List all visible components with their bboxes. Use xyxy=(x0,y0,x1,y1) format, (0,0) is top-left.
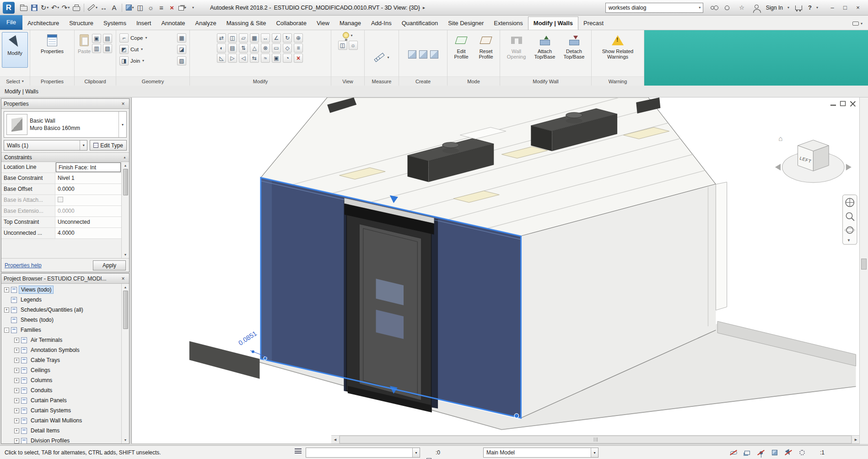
help-icon[interactable]: ? xyxy=(808,4,812,11)
tab-extensions[interactable]: Extensions xyxy=(489,17,528,30)
create-group-icon[interactable] xyxy=(430,50,438,59)
wall-opening-button[interactable]: Wall Opening xyxy=(503,32,530,60)
join-button[interactable]: ◨ Join ▾ ▨ xyxy=(118,55,188,66)
search-input[interactable] xyxy=(606,3,696,12)
background-processes-icon[interactable] xyxy=(797,448,807,458)
expander-icon[interactable]: + xyxy=(14,348,19,353)
project-browser-header[interactable]: Project Browser - ESTUDIO CFD_MODI... × xyxy=(1,274,129,284)
modify-tool-icon[interactable]: ⊗ xyxy=(261,43,270,53)
sign-in-button[interactable]: Sign In xyxy=(766,5,783,11)
measure-button[interactable]: ▾ xyxy=(374,55,389,59)
modify-tool-icon[interactable]: ▣ xyxy=(272,54,281,63)
properties-scrollbar[interactable]: ▲ ▼ xyxy=(121,162,129,258)
modify-tool-icon[interactable]: ◇ xyxy=(283,43,292,53)
search-caret-icon[interactable]: ▾ xyxy=(697,5,703,10)
tree-item-views[interactable]: + Views (todo) xyxy=(1,285,121,295)
favorites-icon[interactable]: ☆ xyxy=(737,2,747,14)
vertical-scroll-thumb[interactable] xyxy=(861,259,867,270)
property-row[interactable]: Base Constraint Nivel 1 xyxy=(1,173,121,184)
redo-icon[interactable]: ↷▾ xyxy=(60,2,71,14)
expander-icon[interactable]: + xyxy=(14,408,19,413)
wall-grip-dot[interactable] xyxy=(514,414,519,418)
tab-annotate[interactable]: Annotate xyxy=(156,17,190,30)
collapse-section-icon[interactable]: ▲ xyxy=(123,156,126,159)
tab-systems[interactable]: Systems xyxy=(98,17,131,30)
override-graphics-icon[interactable]: ☼ xyxy=(349,41,358,50)
select-by-face-toggle[interactable] xyxy=(770,448,780,458)
tree-item-family-category[interactable]: + Columns xyxy=(1,375,121,385)
property-row[interactable]: Unconnected ... 4.0000 xyxy=(1,228,121,239)
modify-tool-icon[interactable]: ≈ xyxy=(261,54,270,63)
viewcube[interactable]: ⌂ LEFT xyxy=(775,135,852,183)
copy-to-clipboard-icon[interactable]: ▤ xyxy=(103,34,112,43)
aligned-dimension-icon[interactable]: ↔ xyxy=(98,2,109,14)
tab-site-designer[interactable]: Site Designer xyxy=(443,17,489,30)
modify-tool-icon[interactable]: ▱ xyxy=(239,33,248,43)
location-line-value[interactable]: Finish Face: Int xyxy=(56,162,121,172)
expander-icon[interactable]: + xyxy=(14,438,19,443)
tab-modify-walls[interactable]: Modify | Walls xyxy=(528,16,578,30)
view-window-controls[interactable] xyxy=(830,101,855,106)
scroll-up-icon[interactable]: ▲ xyxy=(122,284,129,291)
navigation-bar[interactable]: ▾ xyxy=(842,195,857,245)
constraints-section-header[interactable]: Constraints ▲ xyxy=(1,152,129,162)
tree-item-family-category[interactable]: + Ceilings xyxy=(1,365,121,375)
drawing-area[interactable]: 0.0851 ⌂ LEFT xyxy=(131,97,859,444)
modify-tool-icon[interactable]: ▤ xyxy=(228,43,237,53)
scroll-left-icon[interactable]: ◀ xyxy=(331,436,340,443)
wall-grip-dot[interactable] xyxy=(264,356,267,360)
expander-icon[interactable]: + xyxy=(14,388,19,393)
text-icon[interactable]: A xyxy=(109,2,119,14)
expander-icon[interactable]: + xyxy=(14,418,19,423)
default-3d-view-icon[interactable]: ▾ xyxy=(124,2,135,14)
browser-scrollbar[interactable]: ▲ ▼ xyxy=(121,284,129,443)
tree-item-family-category[interactable]: + Division Profiles xyxy=(1,436,121,443)
apply-button[interactable]: Apply xyxy=(93,260,126,270)
sync-icon[interactable]: ↻▾ xyxy=(39,2,50,14)
type-selector[interactable]: Basic Wall Muro Básico 160mm ▾ xyxy=(4,111,127,138)
demolish-icon[interactable]: ▨ xyxy=(177,56,186,65)
modify-tool-icon[interactable]: ◔ xyxy=(283,54,292,63)
modify-tool-icon[interactable]: ↻ xyxy=(283,33,292,43)
drag-on-selection-toggle[interactable] xyxy=(783,448,793,458)
active-workset-dropdown[interactable]: ▾ xyxy=(306,448,420,458)
tree-item-family-category[interactable]: + Conduits xyxy=(1,385,121,395)
tree-item-families[interactable]: - Families xyxy=(1,325,121,335)
properties-button[interactable]: Properties xyxy=(40,32,65,54)
properties-help-link[interactable]: Properties help xyxy=(5,262,42,269)
worksets-icon[interactable] xyxy=(293,446,303,456)
close-hidden-windows-icon[interactable]: × xyxy=(167,2,177,14)
select-pinned-toggle[interactable] xyxy=(756,448,766,458)
tab-massing-site[interactable]: Massing & Site xyxy=(221,17,271,30)
property-row[interactable]: Base Extensio... 0.0000 xyxy=(1,206,121,217)
door-assembly[interactable] xyxy=(345,195,434,413)
tab-view[interactable]: View xyxy=(312,17,334,30)
modify-tool-icon[interactable]: ⊕ xyxy=(294,33,303,43)
tab-architecture[interactable]: Architecture xyxy=(22,17,64,30)
modify-tool-icon[interactable]: ⇅ xyxy=(239,43,248,53)
select-underlay-toggle[interactable] xyxy=(742,448,752,458)
expander-icon[interactable]: + xyxy=(4,287,9,292)
exchange-apps-icon[interactable] xyxy=(722,2,733,14)
editing-requests-icon[interactable] xyxy=(424,456,434,459)
tree-item-schedules[interactable]: + Schedules/Quantities (all) xyxy=(1,305,121,315)
paint-icon[interactable]: ◪ xyxy=(177,45,186,54)
measure-icon[interactable]: ▾ xyxy=(86,2,98,14)
save-icon[interactable] xyxy=(29,2,39,14)
modify-tool-icon[interactable]: ◁ xyxy=(239,54,248,63)
switch-windows-icon[interactable]: ▾ xyxy=(177,2,188,14)
property-row[interactable]: Top Constraint Unconnected xyxy=(1,217,121,228)
section-icon[interactable]: ◫ xyxy=(135,2,146,14)
panel-footer-select[interactable]: Select▾ xyxy=(0,76,30,86)
properties-scroll-thumb[interactable] xyxy=(123,169,128,195)
sign-in-caret-icon[interactable]: ▾ xyxy=(787,5,789,10)
properties-close-icon[interactable]: × xyxy=(119,101,127,107)
tree-item-family-category[interactable]: + Cable Trays xyxy=(1,355,121,365)
modify-tool-icon[interactable]: ▦ xyxy=(250,33,259,43)
expander-icon[interactable]: + xyxy=(4,308,9,313)
edit-profile-button[interactable]: Edit Profile xyxy=(449,32,473,60)
tab-structure[interactable]: Structure xyxy=(64,17,98,30)
expander-icon[interactable]: + xyxy=(14,338,19,343)
tree-item-family-category[interactable]: + Curtain Systems xyxy=(1,405,121,416)
base-is-attached-checkbox[interactable] xyxy=(58,197,63,202)
